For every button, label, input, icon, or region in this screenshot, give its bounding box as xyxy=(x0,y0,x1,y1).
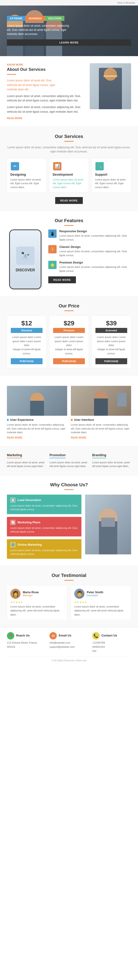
user-experience-title: User Experience xyxy=(7,418,67,422)
support-title: Support xyxy=(95,173,128,177)
know-more-text: Know More About Our Services Lorem ipsum… xyxy=(7,63,85,120)
reach-us-title: Reach Us xyxy=(16,634,30,637)
services-grid: ✏ Designing Lorem ipsum dolor sit amet e… xyxy=(7,158,131,192)
marketing-plans-title: 📈 Marketing Plans xyxy=(10,520,78,525)
support-icon-wrapper: 🔧 xyxy=(95,162,104,171)
testimonial-maria-header: 👩 Maria Rose Manager xyxy=(10,589,64,599)
price-premium: $29 Premium Lorem ipsum dolor Lorem ipsu… xyxy=(49,316,89,368)
email-icon: ✉ xyxy=(49,632,57,640)
hero-content: EXTREME BUSINESS SOLUTION Lorem ipsum do… xyxy=(0,6,138,56)
premium-design-title: Premium Design xyxy=(59,261,131,264)
extended-purchase-button[interactable]: PURCHASE xyxy=(95,358,127,364)
phone-screen: 🔭 DISCOVER xyxy=(10,230,41,289)
standard-desc: Lorem ipsum dolor Lorem ipsum dolor Lore… xyxy=(11,335,43,355)
maria-role: Manager xyxy=(23,594,39,597)
branding-card: Branding Lorem ipsum dolor sit amet, ame… xyxy=(92,453,131,468)
lead-generation-icon: 📋 xyxy=(10,497,16,503)
email-us-address: info@website.com xyxy=(49,641,88,645)
learn-more-button[interactable]: LEARN MORE xyxy=(7,39,131,46)
lead-generation-title: 📋 Lead Generation xyxy=(10,497,78,503)
mpb-grid: Marketing Lorem ipsum dolor sit amet, am… xyxy=(7,453,131,468)
features-phone: 🔭 DISCOVER xyxy=(7,229,44,289)
features-btn-wrapper: READ MORE xyxy=(48,277,131,283)
know-more-person-image xyxy=(90,63,131,109)
marketing-title: Marketing xyxy=(7,453,22,458)
promotion-title: Promotion xyxy=(49,453,65,458)
maria-info: Maria Rose Manager xyxy=(23,590,39,597)
development-icon-wrapper: 📊 xyxy=(53,162,62,171)
peter-text: Lorem ipsum dolor sit amet, consectetur … xyxy=(74,605,128,617)
contact-us-title: Contact Us xyxy=(102,634,117,637)
ux-read-more[interactable]: READ MORE xyxy=(7,436,22,439)
view-in-browser-label: View in Browser xyxy=(117,2,135,4)
email-icon-row: ✉ Email Us xyxy=(49,632,88,640)
testimonial-title: Our Testimonial xyxy=(7,573,131,578)
user-interface-title: User Interface xyxy=(71,418,131,422)
why-bottom: 🌐 Online Marketing Lorem ipsum dolor sit… xyxy=(7,539,81,559)
know-more-title-text: About Our Services xyxy=(7,67,46,72)
services-read-more-button[interactable]: READ MORE xyxy=(55,197,83,204)
premium-purchase-button[interactable]: PURCHASE xyxy=(53,358,85,364)
responsive-design-icon: 📱 xyxy=(48,229,57,238)
ui-read-more[interactable]: READ MORE xyxy=(71,436,86,439)
user-experience-desc: Lorem ipsum dolor sit amet, consectetur … xyxy=(7,423,67,434)
why-choose-section: Why Choose Us? 📋 Lead Generation Lorem i… xyxy=(0,475,138,566)
lead-generation-card: 📋 Lead Generation Lorem ipsum dolor sit … xyxy=(7,495,81,514)
features-inner: 🔭 DISCOVER 📱 Responsive Design Lorem ips… xyxy=(7,229,131,289)
testimonial-header: Our Testimonial xyxy=(7,573,131,581)
peter-stars: ★★★★★ xyxy=(74,601,128,604)
testimonial-section: Our Testimonial 👩 Maria Rose Manager ★★★… xyxy=(0,566,138,627)
know-more-para1: Lorem ipsum dolor sit amet, consectetur … xyxy=(7,94,85,103)
know-more-image xyxy=(90,63,131,120)
standard-purchase-button[interactable]: PURCHASE xyxy=(11,358,43,364)
contact-icon-row: 📞 Contact Us xyxy=(92,632,131,640)
designing-icon: ✏ xyxy=(11,162,19,170)
maria-stars: ★★★★★ xyxy=(10,601,64,604)
responsive-design-text: Responsive Design Lorem ipsum dolor sit … xyxy=(59,229,131,242)
online-marketing-desc: Lorem ipsum dolor sit amet, consectetur … xyxy=(10,549,78,556)
our-services-subtitle: Lorem ipsum dolor sit amet, consectetur … xyxy=(7,145,131,154)
testimonial-grid: 👩 Maria Rose Manager ★★★★★ Lorem ipsum d… xyxy=(7,585,131,620)
features-read-more-button[interactable]: READ MORE xyxy=(48,277,76,283)
marketing-desc: Lorem ipsum dolor sit amet, amet elit am… xyxy=(7,461,46,468)
email-us-title: Email Us xyxy=(59,634,71,637)
know-more-read-more[interactable]: READ MORE xyxy=(7,117,22,119)
extended-desc: Lorem ipsum dolor Lorem ipsum dolor Lore… xyxy=(95,335,127,355)
why-inner: 📋 Lead Generation Lorem ipsum dolor sit … xyxy=(7,495,131,559)
our-features-header: Our Features xyxy=(7,218,131,226)
our-services-section: Our Services Lorem ipsum dolor sit amet,… xyxy=(0,127,138,211)
user-interface-card: User Interface Lorem ipsum dolor sit ame… xyxy=(71,386,131,439)
our-price-title: Our Price xyxy=(7,303,131,309)
classic-design-text: Classic Design Lorem ipsum dolor sit ame… xyxy=(59,245,131,257)
branding-title: Branding xyxy=(92,453,106,458)
why-left: 📋 Lead Generation Lorem ipsum dolor sit … xyxy=(7,495,81,559)
premium-design-desc: Lorem ipsum dolor sit amet, consectetur … xyxy=(59,265,131,273)
ux-dot-icon xyxy=(7,419,9,421)
promotion-desc: Lorem ipsum dolor sit amet, amet elit am… xyxy=(49,461,88,468)
extended-amount: $39 xyxy=(95,320,127,327)
footer-grid: 📍 Reach Us 113 Victoria Street, France, … xyxy=(7,632,131,653)
contact-phone2: 444001424 xyxy=(92,645,131,649)
footer-copyright: © All Rights Reserved | vttutor.site xyxy=(7,657,131,662)
testimonial-peter: 👨 Peter Smith Developer ★★★★★ Lorem ipsu… xyxy=(71,585,131,620)
badge-extreme: EXTREME xyxy=(7,16,25,21)
user-experience-image xyxy=(7,386,67,416)
peter-name: Peter Smith xyxy=(87,590,103,594)
marketing-plans-icon: 📈 xyxy=(10,520,16,525)
promotion-card: Promotion Lorem ipsum dolor sit amet, am… xyxy=(49,453,88,468)
mpb-section: Marketing Lorem ipsum dolor sit amet, am… xyxy=(0,446,138,475)
maria-avatar: 👩 xyxy=(10,589,21,599)
testimonial-divider xyxy=(64,580,74,581)
why-choose-header: Why Choose Us? xyxy=(7,482,131,490)
why-choose-title: Why Choose Us? xyxy=(7,482,131,487)
footer-contact-us: 📞 Contact Us +12345789 444001424 242 xyxy=(92,632,131,653)
hero-section: EXTREME BUSINESS SOLUTION Lorem ipsum do… xyxy=(0,6,138,56)
standard-label: Standard xyxy=(11,328,43,333)
uiux-section: User Experience Lorem ipsum dolor sit am… xyxy=(0,375,138,446)
premium-amount: $29 xyxy=(53,320,85,327)
service-card-development: 📊 Development Lorem ipsum dolor sit amet… xyxy=(49,158,89,192)
footer-reach-us: 📍 Reach Us 113 Victoria Street, France, … xyxy=(7,632,46,653)
our-features-title: Our Features xyxy=(7,218,131,223)
user-interface-image xyxy=(71,386,131,416)
online-marketing-title: 🌐 Online Marketing xyxy=(10,542,78,547)
